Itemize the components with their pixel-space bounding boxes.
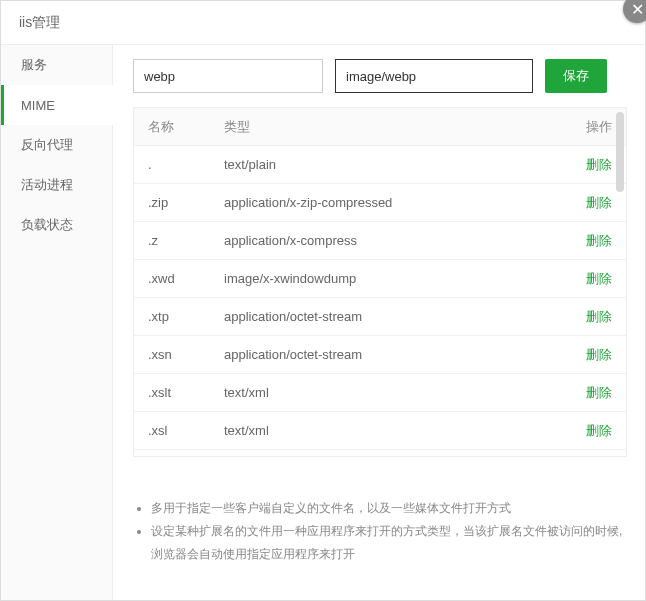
cell-op: 删除 (560, 308, 612, 326)
sidebar: 服务 MIME 反向代理 活动进程 负载状态 (1, 45, 113, 600)
sidebar-item-mime[interactable]: MIME (1, 85, 113, 125)
cell-name: .xslt (148, 385, 224, 400)
cell-type: text/xml (224, 423, 560, 438)
delete-link[interactable]: 删除 (586, 347, 612, 362)
cell-op: 删除 (560, 422, 612, 440)
cell-op: 删除 (560, 270, 612, 288)
sidebar-item-service[interactable]: 服务 (1, 45, 112, 85)
table-row: .xtpapplication/octet-stream删除 (134, 298, 626, 336)
scrollbar-thumb[interactable] (616, 112, 624, 192)
table-header-row: 名称 类型 操作 (134, 108, 626, 146)
table-row: .xsltext/xml删除 (134, 412, 626, 450)
delete-link[interactable]: 删除 (586, 233, 612, 248)
table-row: .zipapplication/x-zip-compressed删除 (134, 184, 626, 222)
main-panel: 保存 名称 类型 操作 .text/plain删除.zipapplication… (113, 45, 645, 600)
cell-name: .z (148, 233, 224, 248)
cell-type: text/xml (224, 385, 560, 400)
table-row: .xslttext/xml删除 (134, 374, 626, 412)
cell-name: .xtp (148, 309, 224, 324)
cell-name: .xsn (148, 347, 224, 362)
cell-op: 删除 (560, 384, 612, 402)
cell-op: 删除 (560, 346, 612, 364)
delete-link[interactable]: 删除 (586, 195, 612, 210)
type-input[interactable] (335, 59, 533, 93)
cell-name: .zip (148, 195, 224, 210)
mime-table: 名称 类型 操作 .text/plain删除.zipapplication/x-… (133, 107, 627, 457)
cell-op: 删除 (560, 232, 612, 250)
cell-type: text/plain (224, 157, 560, 172)
table-body[interactable]: .text/plain删除.zipapplication/x-zip-compr… (134, 146, 626, 456)
table-row: .xsnapplication/octet-stream删除 (134, 336, 626, 374)
sidebar-item-process[interactable]: 活动进程 (1, 165, 112, 205)
save-button[interactable]: 保存 (545, 59, 607, 93)
table-row: .zapplication/x-compress删除 (134, 222, 626, 260)
ext-input[interactable] (133, 59, 323, 93)
cell-name: . (148, 157, 224, 172)
notes: 多用于指定一些客户端自定义的文件名，以及一些媒体文件打开方式 设定某种扩展名的文… (133, 497, 627, 565)
modal-title: iis管理 (1, 1, 645, 45)
cell-type: application/octet-stream (224, 347, 560, 362)
note-item: 多用于指定一些客户端自定义的文件名，以及一些媒体文件打开方式 (151, 497, 627, 520)
table-row: .text/plain删除 (134, 146, 626, 184)
col-header-name: 名称 (148, 118, 224, 136)
cell-op: 删除 (560, 194, 612, 212)
col-header-type: 类型 (224, 118, 560, 136)
note-item: 设定某种扩展名的文件用一种应用程序来打开的方式类型，当该扩展名文件被访问的时候,… (151, 520, 627, 566)
iis-manage-modal: ✕ iis管理 服务 MIME 反向代理 活动进程 负载状态 保存 名称 类型 … (0, 0, 646, 601)
cell-name: .xwd (148, 271, 224, 286)
sidebar-item-proxy[interactable]: 反向代理 (1, 125, 112, 165)
cell-type: image/x-xwindowdump (224, 271, 560, 286)
delete-link[interactable]: 删除 (586, 309, 612, 324)
cell-type: application/x-compress (224, 233, 560, 248)
modal-body: 服务 MIME 反向代理 活动进程 负载状态 保存 名称 类型 操作 .text… (1, 45, 645, 600)
col-header-op: 操作 (560, 118, 612, 136)
delete-link[interactable]: 删除 (586, 385, 612, 400)
table-row: .xsftext/xml删除 (134, 450, 626, 456)
cell-op: 删除 (560, 156, 612, 174)
delete-link[interactable]: 删除 (586, 423, 612, 438)
cell-name: .xsl (148, 423, 224, 438)
cell-type: application/x-zip-compressed (224, 195, 560, 210)
cell-type: application/octet-stream (224, 309, 560, 324)
sidebar-item-load[interactable]: 负载状态 (1, 205, 112, 245)
add-mime-form: 保存 (133, 59, 627, 93)
delete-link[interactable]: 删除 (586, 157, 612, 172)
table-row: .xwdimage/x-xwindowdump删除 (134, 260, 626, 298)
delete-link[interactable]: 删除 (586, 271, 612, 286)
